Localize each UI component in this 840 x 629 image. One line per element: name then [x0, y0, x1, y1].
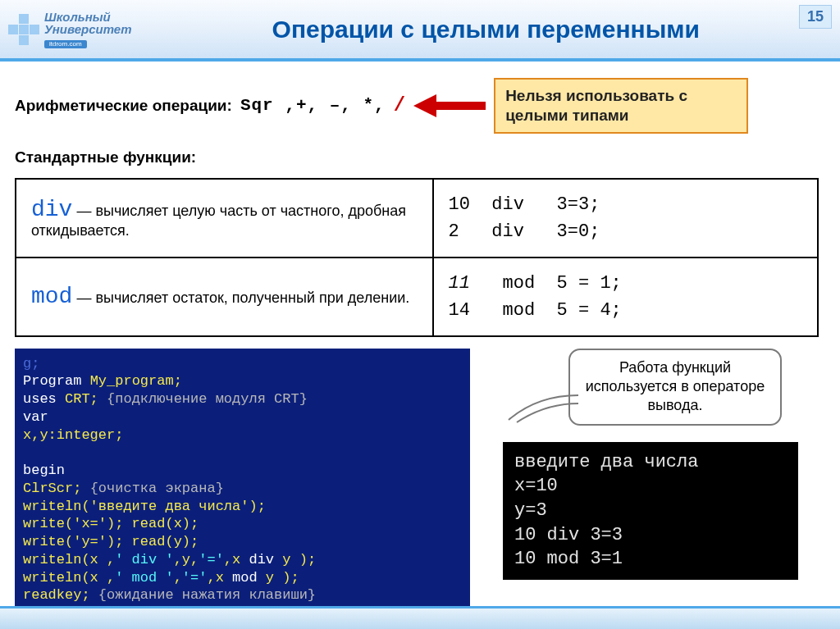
logo-line1: Школьный [44, 11, 132, 23]
warning-callout: Нельзя использовать с целыми типами [494, 78, 748, 134]
keyword-mod: mod [31, 284, 72, 309]
table-row: div — вычисляет целую часть от частного,… [16, 179, 818, 258]
arithmetic-ops: Sqr ,+, –, *, [240, 96, 386, 115]
functions-table: div — вычисляет целую часть от частного,… [15, 178, 819, 337]
example-div: 10 div 3=3; 2 div 3=0; [449, 191, 802, 245]
page-number: 15 [799, 5, 832, 29]
bubble-tail-icon [504, 391, 578, 424]
arithmetic-row: Арифметические операции: Sqr ,+, –, *, /… [15, 78, 825, 134]
desc-mod: — вычисляет остаток, полученный при деле… [72, 289, 409, 306]
logo-text: Школьный Университет itdrom.com [44, 11, 132, 48]
standard-functions-label: Стандартные функции: [15, 148, 825, 166]
code-block: g; Program My_program; uses CRT; {подклю… [15, 349, 470, 630]
logo-icon [8, 14, 39, 45]
desc-div: — вычисляет целую часть от частного, дро… [31, 203, 406, 239]
logo-tag: itdrom.com [44, 40, 87, 48]
example-mod: 11 mod 5 = 1; 14 mod 5 = 4; [449, 270, 802, 324]
arithmetic-label: Арифметические операции: [15, 97, 232, 115]
logo-line2: Университет [44, 23, 132, 35]
slide-title: Операции с целыми переменными [132, 16, 840, 43]
keyword-div: div [31, 197, 72, 222]
speech-bubble: Работа функций используется в операторе … [568, 349, 782, 426]
bubble-text: Работа функций используется в операторе … [586, 359, 765, 414]
table-row: mod — вычисляет остаток, полученный при … [16, 258, 818, 336]
terminal-output: введите два числа x=10 y=3 10 div 3=3 10… [503, 442, 798, 580]
arrow-icon [413, 94, 486, 117]
logo: Школьный Университет itdrom.com [0, 11, 132, 48]
slide-header: Школьный Университет itdrom.com Операции… [0, 0, 840, 62]
division-op: / [394, 94, 405, 116]
slide-footer [0, 606, 840, 629]
